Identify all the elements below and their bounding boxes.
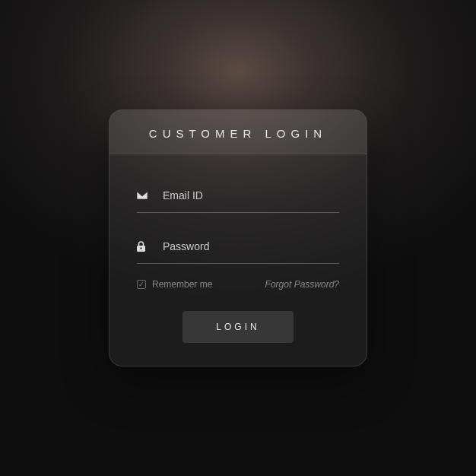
login-button[interactable]: LOGIN [182,311,293,343]
password-field[interactable] [155,240,339,252]
remember-me[interactable]: ✓ Remember me [137,279,212,290]
card-title: CUSTOMER LOGIN [109,127,367,140]
remember-checkbox[interactable]: ✓ [137,280,146,289]
card-body: ✓ Remember me Forgot Password? LOGIN [109,154,367,366]
forgot-password-link[interactable]: Forgot Password? [265,279,339,290]
email-field[interactable] [155,189,339,202]
email-row [137,182,339,213]
password-row [137,233,339,264]
remember-label: Remember me [152,279,212,290]
mail-icon [137,192,155,199]
options-row: ✓ Remember me Forgot Password? [137,279,339,290]
svg-point-1 [140,247,141,249]
card-header: CUSTOMER LOGIN [109,110,367,154]
lock-icon [137,241,155,252]
login-card: CUSTOMER LOGIN ✓ Reme [109,109,367,367]
